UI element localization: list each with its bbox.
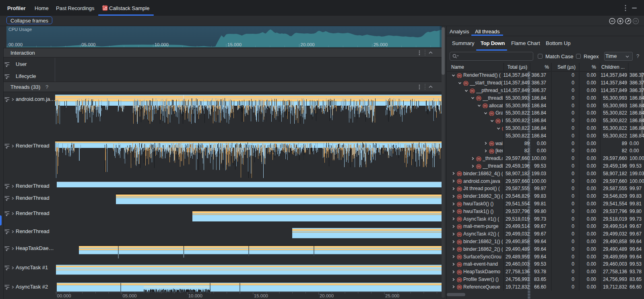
svg-text:m: m bbox=[458, 240, 461, 244]
svg-text:m: m bbox=[490, 112, 493, 115]
svg-text:20.000: 20.000 bbox=[301, 42, 315, 47]
svg-text:m: m bbox=[458, 255, 461, 259]
svg-text:m: m bbox=[458, 233, 461, 236]
svg-text:m: m bbox=[490, 142, 493, 145]
svg-text:15.000: 15.000 bbox=[227, 42, 242, 47]
svg-text:m: m bbox=[471, 89, 474, 93]
svg-text:CPU Usage: CPU Usage bbox=[8, 27, 32, 32]
svg-text:05.000: 05.000 bbox=[123, 293, 137, 298]
svg-text:05.000: 05.000 bbox=[81, 42, 95, 47]
svg-text:m: m bbox=[458, 172, 461, 176]
svg-text:m: m bbox=[458, 210, 461, 214]
svg-text:m: m bbox=[458, 270, 461, 274]
svg-text:m: m bbox=[458, 180, 461, 183]
svg-text:25.000: 25.000 bbox=[385, 293, 399, 298]
svg-text:m: m bbox=[484, 104, 487, 108]
svg-text:20.000: 20.000 bbox=[320, 293, 334, 298]
svg-text:m: m bbox=[458, 286, 461, 289]
svg-text:15.000: 15.000 bbox=[254, 293, 268, 298]
svg-text:m: m bbox=[477, 165, 480, 168]
svg-text:m: m bbox=[477, 97, 480, 100]
svg-text:00.000: 00.000 bbox=[57, 293, 71, 298]
svg-text:m: m bbox=[458, 263, 461, 266]
svg-text:00.000: 00.000 bbox=[8, 42, 23, 47]
svg-text:10.000: 10.000 bbox=[188, 293, 202, 298]
svg-text:m: m bbox=[458, 225, 461, 229]
svg-text:m: m bbox=[458, 217, 461, 221]
svg-text:m: m bbox=[464, 82, 467, 85]
svg-text:m: m bbox=[458, 187, 461, 191]
svg-text:10.000: 10.000 bbox=[155, 42, 169, 47]
svg-text:m: m bbox=[458, 278, 461, 282]
svg-text:25.000: 25.000 bbox=[374, 42, 388, 47]
svg-text:m: m bbox=[458, 203, 461, 206]
svg-text:m: m bbox=[458, 248, 461, 252]
svg-text:m: m bbox=[477, 157, 480, 161]
svg-text:m: m bbox=[458, 74, 461, 78]
svg-text:m: m bbox=[458, 195, 461, 199]
svg-text:m: m bbox=[490, 150, 493, 153]
